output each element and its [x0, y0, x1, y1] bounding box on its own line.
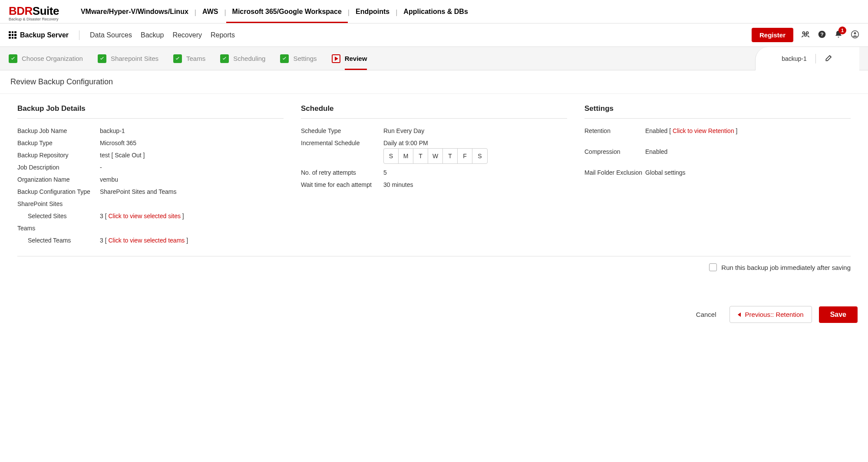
- svg-text:?: ?: [820, 31, 823, 37]
- svg-point-1: [806, 32, 809, 34]
- logo-part2: Suite: [33, 4, 59, 17]
- page-title: Review Backup Configuration: [0, 70, 868, 94]
- tab-m365[interactable]: Microsoft 365/Google Workspace: [226, 6, 348, 23]
- wizard-job-name: backup-1: [782, 55, 807, 62]
- check-icon: [9, 54, 17, 63]
- step-choose-organization[interactable]: Choose Organization: [9, 54, 83, 63]
- backup-type-value: Microsoft 365: [100, 140, 284, 146]
- retention-value: Enabled [ Click to view Retention ]: [645, 127, 851, 134]
- wizard-job-panel: backup-1: [755, 47, 859, 70]
- incremental-schedule-value: Daily at 9:00 PM S M T W T F S: [383, 140, 567, 164]
- config-type-value: SharePoint Sites and Teams: [100, 188, 284, 195]
- nav-recovery[interactable]: Recovery: [172, 31, 202, 39]
- step-review[interactable]: Review: [332, 54, 367, 63]
- day-f: F: [458, 149, 472, 163]
- apps-grid-icon: [9, 31, 17, 39]
- users-icon[interactable]: [801, 30, 810, 40]
- tab-vmware[interactable]: VMware/Hyper-V/Windows/Linux: [75, 6, 195, 23]
- check-icon: [280, 54, 289, 63]
- day-t1: T: [413, 149, 428, 163]
- step-teams[interactable]: Teams: [173, 54, 205, 63]
- details-heading: Backup Job Details: [17, 104, 284, 119]
- schedule-heading: Schedule: [301, 104, 567, 119]
- caret-left-icon: [738, 312, 741, 317]
- cancel-button[interactable]: Cancel: [690, 306, 723, 322]
- description-value: -: [100, 164, 284, 171]
- wait-time-value: 30 minutes: [383, 181, 567, 188]
- backup-server-label[interactable]: Backup Server: [9, 31, 69, 39]
- step-sharepoint-sites[interactable]: Sharepoint Sites: [98, 54, 158, 63]
- day-m: M: [399, 149, 413, 163]
- backup-job-details: Backup Job Details Backup Job Namebackup…: [17, 104, 284, 246]
- logo-part1: BDR: [9, 4, 33, 17]
- day-selector: S M T W T F S: [383, 148, 488, 164]
- save-button[interactable]: Save: [819, 306, 858, 323]
- day-s2: S: [472, 149, 487, 163]
- nav-data-sources[interactable]: Data Sources: [90, 31, 132, 39]
- wizard-steps: Choose Organization Sharepoint Sites Tea…: [0, 47, 868, 70]
- organization-value: vembu: [100, 176, 284, 183]
- day-s1: S: [384, 149, 399, 163]
- day-t2: T: [443, 149, 458, 163]
- logo-subtitle: Backup & Disaster Recovery: [9, 17, 59, 21]
- selected-teams-value: 3 [ Click to view selected teams ]: [100, 237, 284, 244]
- job-name-value: backup-1: [100, 127, 284, 134]
- check-icon: [173, 54, 182, 63]
- svg-point-2: [805, 34, 807, 36]
- footer-actions: Cancel Previous:: Retention Save: [0, 280, 868, 332]
- compression-value: Enabled: [645, 148, 851, 155]
- selected-sites-value: 3 [ Click to view selected sites ]: [100, 213, 284, 219]
- run-immediately-label: Run this backup job immediately after sa…: [721, 264, 851, 271]
- svg-point-0: [802, 32, 805, 34]
- nav-backup[interactable]: Backup: [141, 31, 164, 39]
- retry-attempts-value: 5: [383, 169, 567, 176]
- tab-endpoints[interactable]: Endpoints: [350, 6, 396, 23]
- view-selected-sites-link[interactable]: Click to view selected sites: [108, 213, 181, 219]
- schedule-section: Schedule Schedule TypeRun Every Day Incr…: [301, 104, 567, 246]
- review-content: Backup Job Details Backup Job Namebackup…: [0, 94, 868, 246]
- notification-badge: 1: [838, 27, 846, 34]
- check-icon: [220, 54, 229, 63]
- logo: BDRSuite Backup & Disaster Recovery: [9, 3, 59, 21]
- product-tabs: VMware/Hyper-V/Windows/Linux | AWS | Mic…: [75, 3, 474, 23]
- tab-aws[interactable]: AWS: [196, 6, 224, 23]
- previous-button[interactable]: Previous:: Retention: [729, 306, 812, 323]
- teams-heading: Teams: [17, 225, 100, 232]
- repository-value: test [ Scale Out ]: [100, 152, 284, 159]
- bell-icon[interactable]: 1: [834, 30, 843, 40]
- day-w: W: [428, 149, 443, 163]
- view-selected-teams-link[interactable]: Click to view selected teams: [108, 237, 185, 244]
- run-immediately-checkbox[interactable]: [709, 263, 717, 271]
- play-icon: [332, 54, 340, 63]
- settings-heading: Settings: [584, 104, 851, 119]
- schedule-type-value: Run Every Day: [383, 127, 567, 134]
- help-icon[interactable]: ?: [818, 30, 826, 40]
- settings-section: Settings RetentionEnabled [ Click to vie…: [584, 104, 851, 246]
- top-nav-products: BDRSuite Backup & Disaster Recovery VMwa…: [0, 0, 868, 23]
- step-settings[interactable]: Settings: [280, 54, 317, 63]
- sharepoint-heading: SharePoint Sites: [17, 200, 100, 207]
- step-scheduling[interactable]: Scheduling: [220, 54, 265, 63]
- check-icon: [98, 54, 106, 63]
- module-nav: Backup Server Data Sources Backup Recove…: [0, 23, 868, 47]
- nav-reports[interactable]: Reports: [211, 31, 235, 39]
- svg-point-6: [854, 32, 856, 34]
- edit-icon[interactable]: [825, 53, 833, 63]
- tab-apps-dbs[interactable]: Applications & DBs: [397, 6, 474, 23]
- user-icon[interactable]: [851, 30, 859, 40]
- register-button[interactable]: Register: [752, 28, 793, 42]
- run-immediately-row: Run this backup job immediately after sa…: [17, 262, 851, 280]
- view-retention-link[interactable]: Click to view Retention: [673, 127, 734, 134]
- mail-exclusion-value: Global settings: [645, 169, 851, 176]
